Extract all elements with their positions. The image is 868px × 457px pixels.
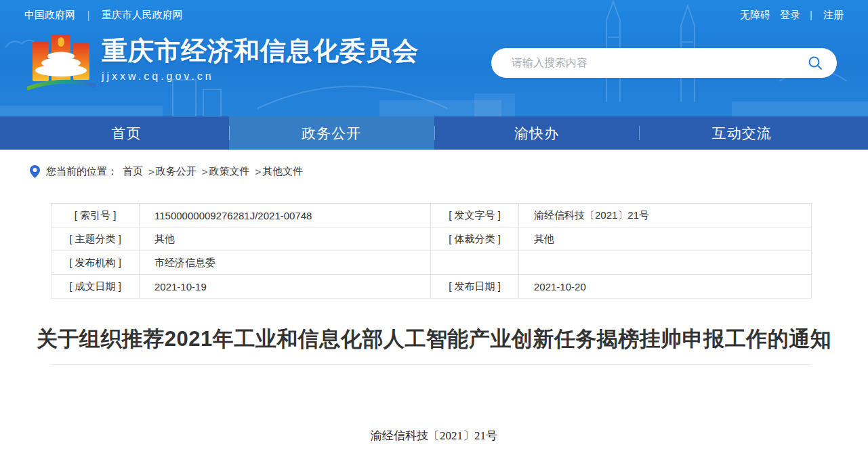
search-icon [807, 55, 823, 71]
topbar-divider: ｜ [83, 9, 94, 20]
nav-item-home[interactable]: 首页 [24, 116, 229, 150]
breadcrumb-separator: > [202, 166, 208, 177]
breadcrumb-separator: > [255, 166, 262, 177]
nav-item-yukuaiban[interactable]: 渝快办 [434, 116, 640, 150]
meta-label-doc-symbol: [ 发文字号 ] [431, 204, 519, 227]
meta-value-topic: 其他 [140, 227, 431, 251]
nav-item-interaction[interactable]: 互动交流 [639, 116, 844, 150]
accessibility-link[interactable]: 无障碍 [740, 9, 770, 20]
document-meta-table: [ 索引号 ] 11500000009276281J/2021-00748 [ … [51, 203, 812, 299]
brand-text: 重庆市经济和信息化委员会 jjxxw.cq.gov.cn [102, 37, 419, 83]
meta-label-publish-date: [ 发布日期 ] [431, 275, 519, 299]
account-links: 无障碍登录|注册 [730, 9, 844, 22]
search-box [491, 48, 837, 78]
breadcrumb-item-policy-files[interactable]: 政策文件 [209, 165, 250, 178]
meta-value-index: 11500000009276281J/2021-00748 [140, 204, 431, 227]
gov-links: 中国政府网｜重庆市人民政府网 [24, 9, 183, 22]
meta-value-publisher: 市经济信息委 [140, 251, 431, 275]
table-row: [ 发布机构 ] 市经济信息委 [51, 251, 812, 275]
search-input[interactable] [510, 56, 806, 70]
breadcrumb-prefix: 您当前的位置： [46, 165, 117, 178]
login-link[interactable]: 登录 [780, 9, 800, 20]
site-logo[interactable] [27, 32, 96, 95]
document-number: 渝经信科技〔2021〕21号 [0, 428, 868, 443]
breadcrumb: 您当前的位置： 首页 > 政务公开 > 政策文件 > 其他文件 [30, 165, 868, 178]
register-link[interactable]: 注册 [823, 9, 844, 20]
meta-label-empty [431, 251, 519, 275]
search-button[interactable] [806, 53, 825, 72]
main-nav: 首页 政务公开 渝快办 互动交流 [0, 116, 868, 150]
link-chongqing-gov[interactable]: 重庆市人民政府网 [102, 9, 183, 20]
meta-value-genre: 其他 [519, 227, 812, 251]
breadcrumb-separator: > [148, 166, 154, 177]
title-divider [51, 364, 811, 365]
meta-value-doc-symbol: 渝经信科技〔2021〕21号 [519, 204, 812, 227]
link-china-gov[interactable]: 中国政府网 [24, 9, 75, 20]
meta-label-written-date: [ 成文日期 ] [51, 275, 140, 299]
meta-value-empty [519, 251, 812, 275]
page-title: 关于组织推荐2021年工业和信息化部人工智能产业创新任务揭榜挂帅申报工作的通知 [28, 326, 840, 351]
table-row: [ 成文日期 ] 2021-10-19 [ 发布日期 ] 2021-10-20 [51, 275, 812, 299]
meta-value-publish-date: 2021-10-20 [519, 275, 812, 299]
site-url: jjxxw.cq.gov.cn [102, 70, 419, 83]
breadcrumb-item-other-files[interactable]: 其他文件 [262, 165, 303, 178]
meta-label-publisher: [ 发布机构 ] [51, 251, 140, 275]
meta-label-topic: [ 主题分类 ] [51, 227, 140, 251]
meta-label-genre: [ 体裁分类 ] [431, 227, 519, 251]
breadcrumb-item-gov-info[interactable]: 政务公开 [156, 165, 197, 178]
table-row: [ 主题分类 ] 其他 [ 体裁分类 ] 其他 [51, 227, 812, 251]
top-utility-bar: 中国政府网｜重庆市人民政府网 无障碍登录|注册 [0, 0, 868, 30]
meta-label-index: [ 索引号 ] [51, 204, 140, 227]
site-header: 中国政府网｜重庆市人民政府网 无障碍登录|注册 [0, 0, 868, 116]
site-title: 重庆市经济和信息化委员会 [102, 37, 419, 66]
location-pin-icon [30, 165, 40, 178]
nav-item-gov-info[interactable]: 政务公开 [229, 116, 434, 150]
breadcrumb-item-home[interactable]: 首页 [123, 165, 143, 178]
meta-value-written-date: 2021-10-19 [140, 275, 431, 299]
table-row: [ 索引号 ] 11500000009276281J/2021-00748 [ … [51, 204, 812, 227]
login-register-divider: | [810, 9, 812, 20]
